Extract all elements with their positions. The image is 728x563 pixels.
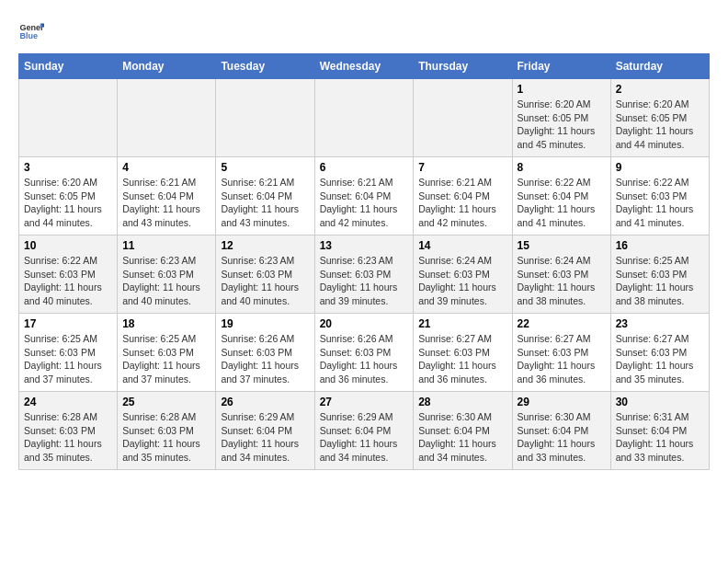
day-number: 25: [122, 396, 210, 408]
logo: General Blue: [18, 18, 44, 44]
calendar-cell: [314, 79, 414, 157]
calendar-week-row: 10Sunrise: 6:22 AM Sunset: 6:03 PM Dayli…: [19, 236, 710, 314]
day-number: 26: [221, 396, 309, 408]
weekday-header: Saturday: [610, 54, 709, 79]
calendar-cell: 29Sunrise: 6:30 AM Sunset: 6:04 PM Dayli…: [512, 392, 610, 470]
calendar-cell: 21Sunrise: 6:27 AM Sunset: 6:03 PM Dayli…: [414, 314, 512, 392]
day-info: Sunrise: 6:25 AM Sunset: 6:03 PM Dayligh…: [122, 332, 210, 386]
day-number: 27: [320, 396, 409, 408]
day-number: 10: [24, 239, 112, 252]
calendar-cell: 5Sunrise: 6:21 AM Sunset: 6:04 PM Daylig…: [216, 157, 314, 236]
calendar-cell: 22Sunrise: 6:27 AM Sunset: 6:03 PM Dayli…: [512, 314, 610, 392]
calendar-cell: 7Sunrise: 6:21 AM Sunset: 6:04 PM Daylig…: [414, 157, 512, 236]
weekday-header: Monday: [118, 54, 216, 79]
day-number: 11: [122, 239, 210, 252]
day-number: 30: [616, 396, 704, 408]
day-number: 2: [616, 83, 704, 96]
day-info: Sunrise: 6:29 AM Sunset: 6:04 PM Dayligh…: [320, 410, 409, 465]
day-info: Sunrise: 6:22 AM Sunset: 6:03 PM Dayligh…: [24, 254, 112, 308]
calendar-cell: 4Sunrise: 6:21 AM Sunset: 6:04 PM Daylig…: [118, 157, 216, 236]
logo-icon: General Blue: [18, 18, 44, 44]
weekday-header: Thursday: [414, 54, 512, 79]
calendar-cell: 24Sunrise: 6:28 AM Sunset: 6:03 PM Dayli…: [19, 392, 118, 470]
calendar-cell: 10Sunrise: 6:22 AM Sunset: 6:03 PM Dayli…: [19, 236, 118, 314]
calendar-table: SundayMondayTuesdayWednesdayThursdayFrid…: [18, 53, 710, 470]
calendar-cell: 16Sunrise: 6:25 AM Sunset: 6:03 PM Dayli…: [610, 236, 709, 314]
day-info: Sunrise: 6:27 AM Sunset: 6:03 PM Dayligh…: [418, 332, 506, 386]
calendar-cell: 15Sunrise: 6:24 AM Sunset: 6:03 PM Dayli…: [512, 236, 610, 314]
day-number: 23: [616, 317, 704, 330]
day-number: 15: [518, 239, 606, 252]
day-info: Sunrise: 6:20 AM Sunset: 6:05 PM Dayligh…: [518, 98, 606, 152]
calendar-cell: 11Sunrise: 6:23 AM Sunset: 6:03 PM Dayli…: [118, 236, 216, 314]
calendar-cell: 14Sunrise: 6:24 AM Sunset: 6:03 PM Dayli…: [414, 236, 512, 314]
day-info: Sunrise: 6:23 AM Sunset: 6:03 PM Dayligh…: [320, 254, 409, 308]
day-number: 12: [221, 239, 309, 252]
day-number: 16: [616, 239, 704, 252]
day-info: Sunrise: 6:27 AM Sunset: 6:03 PM Dayligh…: [616, 332, 704, 386]
calendar-cell: 2Sunrise: 6:20 AM Sunset: 6:05 PM Daylig…: [610, 79, 709, 157]
calendar-cell: 1Sunrise: 6:20 AM Sunset: 6:05 PM Daylig…: [512, 79, 610, 157]
calendar-cell: 12Sunrise: 6:23 AM Sunset: 6:03 PM Dayli…: [216, 236, 314, 314]
day-info: Sunrise: 6:22 AM Sunset: 6:03 PM Dayligh…: [616, 176, 704, 230]
day-info: Sunrise: 6:26 AM Sunset: 6:03 PM Dayligh…: [320, 332, 409, 386]
calendar-body: 1Sunrise: 6:20 AM Sunset: 6:05 PM Daylig…: [19, 79, 710, 470]
weekday-header: Wednesday: [314, 54, 414, 79]
day-number: 3: [24, 161, 112, 174]
day-info: Sunrise: 6:21 AM Sunset: 6:04 PM Dayligh…: [320, 176, 409, 230]
day-number: 1: [518, 83, 606, 96]
day-number: 7: [418, 161, 506, 174]
day-info: Sunrise: 6:24 AM Sunset: 6:03 PM Dayligh…: [518, 254, 606, 308]
day-number: 17: [24, 317, 112, 330]
calendar-cell: [19, 79, 118, 157]
day-number: 24: [24, 396, 112, 408]
page-header: General Blue: [18, 18, 710, 44]
calendar-cell: 27Sunrise: 6:29 AM Sunset: 6:04 PM Dayli…: [314, 392, 414, 470]
day-info: Sunrise: 6:25 AM Sunset: 6:03 PM Dayligh…: [24, 332, 112, 386]
day-number: 28: [418, 396, 506, 408]
day-info: Sunrise: 6:21 AM Sunset: 6:04 PM Dayligh…: [221, 176, 309, 230]
svg-text:Blue: Blue: [19, 31, 38, 40]
day-info: Sunrise: 6:28 AM Sunset: 6:03 PM Dayligh…: [122, 410, 210, 465]
day-info: Sunrise: 6:27 AM Sunset: 6:03 PM Dayligh…: [518, 332, 606, 386]
calendar-cell: 3Sunrise: 6:20 AM Sunset: 6:05 PM Daylig…: [19, 157, 118, 236]
day-info: Sunrise: 6:23 AM Sunset: 6:03 PM Dayligh…: [122, 254, 210, 308]
day-number: 14: [418, 239, 506, 252]
day-number: 20: [320, 317, 409, 330]
calendar-cell: 28Sunrise: 6:30 AM Sunset: 6:04 PM Dayli…: [414, 392, 512, 470]
calendar-cell: 8Sunrise: 6:22 AM Sunset: 6:04 PM Daylig…: [512, 157, 610, 236]
calendar-cell: [118, 79, 216, 157]
calendar-cell: 6Sunrise: 6:21 AM Sunset: 6:04 PM Daylig…: [314, 157, 414, 236]
day-number: 13: [320, 239, 409, 252]
calendar-cell: 23Sunrise: 6:27 AM Sunset: 6:03 PM Dayli…: [610, 314, 709, 392]
calendar-cell: 9Sunrise: 6:22 AM Sunset: 6:03 PM Daylig…: [610, 157, 709, 236]
calendar-cell: 17Sunrise: 6:25 AM Sunset: 6:03 PM Dayli…: [19, 314, 118, 392]
day-info: Sunrise: 6:21 AM Sunset: 6:04 PM Dayligh…: [122, 176, 210, 230]
day-info: Sunrise: 6:20 AM Sunset: 6:05 PM Dayligh…: [616, 98, 704, 152]
day-number: 5: [221, 161, 309, 174]
calendar-cell: 13Sunrise: 6:23 AM Sunset: 6:03 PM Dayli…: [314, 236, 414, 314]
day-info: Sunrise: 6:25 AM Sunset: 6:03 PM Dayligh…: [616, 254, 704, 308]
day-info: Sunrise: 6:31 AM Sunset: 6:04 PM Dayligh…: [616, 410, 704, 465]
calendar-cell: 18Sunrise: 6:25 AM Sunset: 6:03 PM Dayli…: [118, 314, 216, 392]
calendar-week-row: 17Sunrise: 6:25 AM Sunset: 6:03 PM Dayli…: [19, 314, 710, 392]
day-info: Sunrise: 6:20 AM Sunset: 6:05 PM Dayligh…: [24, 176, 112, 230]
weekday-header: Sunday: [19, 54, 118, 79]
calendar-cell: [414, 79, 512, 157]
day-info: Sunrise: 6:28 AM Sunset: 6:03 PM Dayligh…: [24, 410, 112, 465]
calendar-header: SundayMondayTuesdayWednesdayThursdayFrid…: [19, 54, 710, 79]
day-number: 6: [320, 161, 409, 174]
day-info: Sunrise: 6:22 AM Sunset: 6:04 PM Dayligh…: [518, 176, 606, 230]
calendar-cell: 30Sunrise: 6:31 AM Sunset: 6:04 PM Dayli…: [610, 392, 709, 470]
calendar-cell: 20Sunrise: 6:26 AM Sunset: 6:03 PM Dayli…: [314, 314, 414, 392]
day-info: Sunrise: 6:30 AM Sunset: 6:04 PM Dayligh…: [418, 410, 506, 465]
day-info: Sunrise: 6:23 AM Sunset: 6:03 PM Dayligh…: [221, 254, 309, 308]
day-number: 4: [122, 161, 210, 174]
day-info: Sunrise: 6:29 AM Sunset: 6:04 PM Dayligh…: [221, 410, 309, 465]
day-number: 19: [221, 317, 309, 330]
calendar-cell: 26Sunrise: 6:29 AM Sunset: 6:04 PM Dayli…: [216, 392, 314, 470]
calendar-cell: 19Sunrise: 6:26 AM Sunset: 6:03 PM Dayli…: [216, 314, 314, 392]
day-info: Sunrise: 6:26 AM Sunset: 6:03 PM Dayligh…: [221, 332, 309, 386]
day-info: Sunrise: 6:21 AM Sunset: 6:04 PM Dayligh…: [418, 176, 506, 230]
day-number: 18: [122, 317, 210, 330]
